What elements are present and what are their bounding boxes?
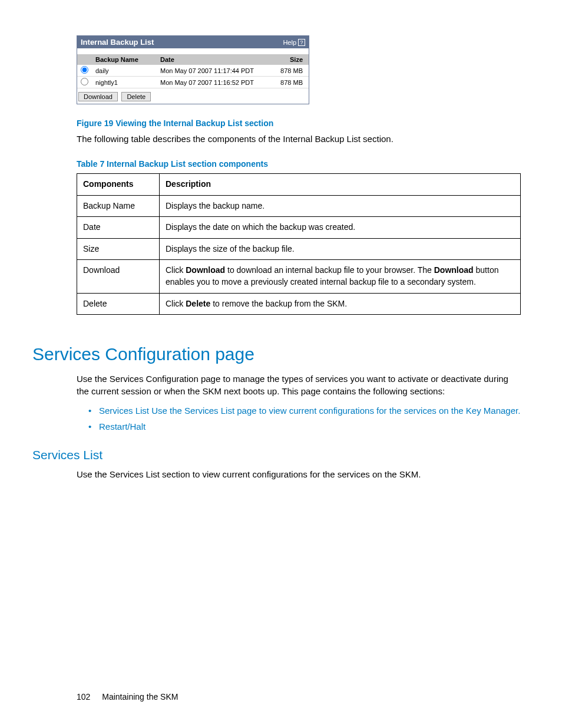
cell-name: nightly1 [92,77,157,88]
table-row: Backup Name Displays the backup name. [77,195,521,217]
intro-text: The following table describes the compon… [77,133,521,145]
heading-services-config: Services Configuration page [32,344,521,364]
cell-component: Date [77,217,160,239]
figure-caption: Figure 19 Viewing the Internal Backup Li… [77,118,521,128]
th-description: Description [160,174,521,196]
widget-title: Internal Backup List [81,38,154,47]
heading-services-list: Services List [32,448,521,462]
table-row: Date Displays the date on which the back… [77,217,521,239]
backup-table: Backup Name Date Size daily Mon May 07 2… [77,54,309,88]
page-footer: 102 Maintaining the SKM [77,692,178,701]
table-row: nightly1 Mon May 07 2007 11:16:52 PDT 87… [77,77,309,88]
cell-date: Mon May 07 2007 11:17:44 PDT [157,65,276,77]
radio-daily[interactable] [81,66,88,74]
cell-description: Displays the date on which the backup wa… [160,217,521,239]
link-restart-halt[interactable]: Restart/Halt [88,420,521,433]
widget-header: Internal Backup List Help ? [77,36,309,48]
cell-name: daily [92,65,157,77]
radio-nightly1[interactable] [81,78,88,85]
table-row: Download Click Download to download an i… [77,260,521,293]
services-intro: Use the Services Configuration page to m… [77,373,521,397]
col-size: Size [276,54,309,65]
help-icon: ? [298,39,305,46]
table-row: Delete Click Delete to remove the backup… [77,293,521,315]
cell-description: Displays the backup name. [160,195,521,217]
cell-description: Click Delete to remove the backup from t… [160,293,521,315]
components-table: Components Description Backup Name Displ… [77,173,521,315]
widget-spacer [77,48,309,54]
cell-component: Download [77,260,160,293]
col-date: Date [157,54,276,65]
cell-description: Displays the size of the backup file. [160,238,521,260]
section-links: Services List Use the Services List page… [88,404,521,433]
cell-description: Click Download to download an internal b… [160,260,521,293]
col-name: Backup Name [92,54,157,65]
help-link[interactable]: Help ? [283,39,305,46]
table-row: daily Mon May 07 2007 11:17:44 PDT 878 M… [77,65,309,77]
table-row: Size Displays the size of the backup fil… [77,238,521,260]
table-caption: Table 7 Internal Backup List section com… [77,159,521,169]
download-button[interactable]: Download [78,92,118,101]
cell-size: 878 MB [276,65,309,77]
widget-button-row: Download Delete [77,88,309,104]
cell-component: Size [77,238,160,260]
cell-size: 878 MB [276,77,309,88]
chapter-title: Maintaining the SKM [102,692,178,701]
link-services-list[interactable]: Services List Use the Services List page… [88,404,521,417]
th-components: Components [77,174,160,196]
cell-component: Backup Name [77,195,160,217]
internal-backup-list-widget: Internal Backup List Help ? Backup Name … [77,35,309,104]
cell-date: Mon May 07 2007 11:16:52 PDT [157,77,276,88]
page-number: 102 [77,692,90,701]
services-list-text: Use the Services List section to view cu… [77,468,521,480]
col-select [77,54,92,65]
cell-component: Delete [77,293,160,315]
delete-button[interactable]: Delete [121,92,151,101]
help-label: Help [283,39,296,46]
